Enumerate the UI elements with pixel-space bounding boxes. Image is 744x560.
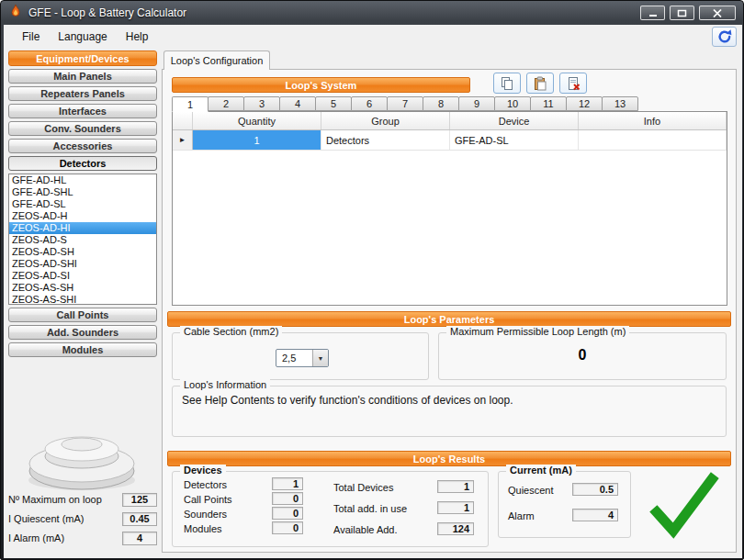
result-modules-value: 0 [272, 521, 303, 534]
loop-tab-10[interactable]: 10 [494, 96, 531, 111]
column-header-info[interactable]: Info [579, 112, 727, 129]
close-button[interactable] [699, 6, 736, 20]
column-header-quantity[interactable]: Quantity [193, 112, 321, 129]
loop-number-tabs: 1 2 3 4 5 6 7 8 9 10 11 12 13 [172, 96, 638, 112]
grid-corner-cell [173, 112, 193, 129]
cable-section-value: 2,5 [276, 350, 312, 366]
app-body: File Language Help Equipment/Devices Mai… [4, 25, 742, 558]
loops-information-label: Loop's Information [180, 379, 270, 390]
list-item[interactable]: ZEOS-AD-SHI [9, 258, 156, 270]
list-item[interactable]: GFE-AD-SL [9, 198, 156, 210]
close-icon [713, 9, 722, 17]
list-item-selected[interactable]: ZEOS-AD-HI [9, 222, 156, 234]
current-quiescent-value: 0.5 [572, 483, 618, 496]
result-call-points-value: 0 [272, 492, 303, 505]
quiescent-value: 0.45 [122, 512, 157, 526]
menu-language[interactable]: Language [49, 27, 116, 47]
detectors-button[interactable]: Detectors [8, 156, 157, 171]
list-item[interactable]: ZEOS-AD-SI [9, 270, 156, 282]
stat-max-on-loop: Nº Maximum on loop 125 [8, 492, 157, 507]
accessories-button[interactable]: Accessories [8, 139, 157, 153]
cable-section-select[interactable]: 2,5 ▼ [276, 349, 329, 367]
window-title: GFE - Loop & Battery Calculator [28, 6, 186, 19]
cell-info[interactable] [579, 130, 727, 150]
cell-quantity[interactable]: 1 [193, 130, 321, 150]
result-detectors-value: 1 [272, 477, 303, 490]
table-row[interactable]: ► 1 Detectors GFE-AD-SL [173, 130, 727, 151]
minimize-button[interactable] [640, 6, 665, 20]
loop-tab-3[interactable]: 3 [243, 96, 280, 111]
loop-tab-4[interactable]: 4 [279, 96, 316, 111]
loops-parameters-header: Loop's Parameters [167, 311, 731, 327]
paste-loop-button[interactable] [526, 73, 554, 94]
chevron-down-icon[interactable]: ▼ [312, 350, 328, 366]
loop-ok-checkmark-icon [648, 472, 721, 542]
add-sounders-button[interactable]: Add. Sounders [8, 325, 157, 340]
current-quiescent-label: Quiescent [508, 485, 554, 496]
maximize-button[interactable] [670, 6, 694, 20]
titlebar[interactable]: GFE - Loop & Battery Calculator [1, 1, 743, 25]
main-area: Loop's Configuration Loop's System [162, 50, 737, 553]
app-flame-icon [8, 4, 23, 22]
cell-device[interactable]: GFE-AD-SL [450, 130, 579, 150]
interfaces-button[interactable]: Interfaces [8, 104, 157, 118]
loop-tab-2[interactable]: 2 [208, 96, 244, 111]
result-detectors-label: Detectors [184, 479, 227, 490]
cell-group[interactable]: Detectors [321, 130, 450, 150]
total-add-in-use-value: 1 [437, 501, 474, 514]
loops-results-header: Loop's Results [167, 451, 731, 466]
copy-loop-button[interactable] [493, 73, 521, 94]
alarm-value: 4 [122, 532, 157, 545]
devices-results-groupbox: Devices Detectors 1 Call Points 0 Sounde… [172, 471, 489, 547]
list-item[interactable]: ZEOS-AD-SH [9, 246, 156, 258]
row-selector-arrow-icon[interactable]: ► [173, 130, 193, 150]
repeaters-panels-button[interactable]: Repeaters Panels [8, 86, 157, 101]
equipment-devices-header[interactable]: Equipment/Devices [8, 50, 157, 66]
total-devices-label: Total Devices [333, 482, 393, 493]
result-call-points-label: Call Points [184, 494, 232, 505]
conv-sounders-button[interactable]: Conv. Sounders [8, 121, 157, 136]
list-item[interactable]: ZEOS-AS-SHI [9, 294, 156, 305]
list-item[interactable]: ZEOS-AD-H [9, 210, 156, 222]
list-item[interactable]: GFE-AD-SHL [9, 186, 156, 198]
window-controls [640, 6, 736, 20]
detector-list: GFE-AD-HL GFE-AD-SHL GFE-AD-SL ZEOS-AD-H… [8, 174, 157, 305]
list-item[interactable]: GFE-AD-HL [9, 174, 156, 186]
main-panels-button[interactable]: Main Panels [8, 69, 157, 84]
loop-tab-9[interactable]: 9 [458, 96, 495, 111]
equipment-sidebar: Equipment/Devices Main Panels Repeaters … [8, 50, 157, 553]
result-modules-label: Modules [184, 523, 222, 534]
modules-button[interactable]: Modules [8, 342, 157, 357]
current-alarm-label: Alarm [508, 510, 535, 521]
list-item[interactable]: ZEOS-AD-S [9, 234, 156, 246]
result-sounders-label: Sounders [184, 509, 227, 520]
paste-icon [533, 76, 547, 91]
tab-loops-configuration[interactable]: Loop's Configuration [163, 50, 270, 70]
loop-devices-grid: Quantity Group Device Info ► 1 Detectors… [172, 111, 727, 306]
copy-icon [500, 76, 514, 91]
max-loop-length-value: 0 [439, 347, 726, 364]
loop-tab-8[interactable]: 8 [423, 96, 459, 111]
loop-tab-1[interactable]: 1 [172, 96, 209, 112]
loop-tab-7[interactable]: 7 [387, 96, 423, 111]
loop-tab-11[interactable]: 11 [530, 96, 567, 111]
maximize-icon [677, 9, 687, 17]
column-header-group[interactable]: Group [321, 112, 450, 129]
max-on-loop-value: 125 [122, 493, 157, 507]
app-window: GFE - Loop & Battery Calculator File Lan… [0, 0, 744, 560]
menu-file[interactable]: File [13, 27, 49, 47]
loop-tab-6[interactable]: 6 [351, 96, 388, 111]
menubar: File Language Help [4, 25, 742, 49]
loops-configuration-panel: Loop's System [162, 69, 737, 553]
list-item[interactable]: ZEOS-AS-SH [9, 282, 156, 294]
loop-tab-5[interactable]: 5 [315, 96, 352, 111]
loop-tab-13[interactable]: 13 [602, 96, 638, 111]
grid-header: Quantity Group Device Info [173, 112, 727, 130]
column-header-device[interactable]: Device [450, 112, 579, 129]
clear-loop-button[interactable] [559, 73, 587, 94]
call-points-button[interactable]: Call Points [8, 308, 157, 322]
loop-tab-12[interactable]: 12 [566, 96, 603, 111]
menu-help[interactable]: Help [117, 27, 158, 47]
refresh-button[interactable] [712, 27, 737, 47]
max-loop-length-label: Maximum Permissible Loop Length (m) [446, 326, 629, 337]
